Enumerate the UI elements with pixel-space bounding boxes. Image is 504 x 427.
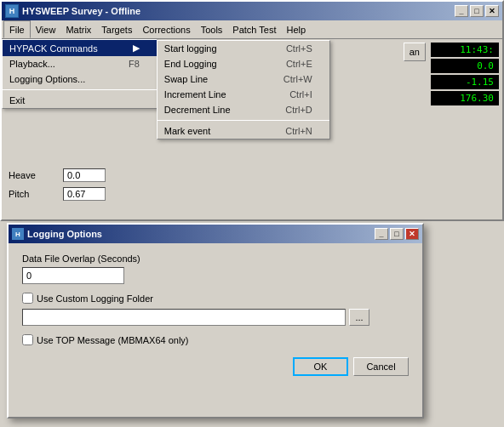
menu-mark-event[interactable]: Mark event Ctrl+N: [158, 123, 329, 139]
menu-end-logging[interactable]: End Logging Ctrl+E: [158, 56, 329, 71]
menu-item-help[interactable]: Help: [282, 20, 312, 38]
data-panel: Heave 0.0 Pitch 0.67: [9, 168, 106, 202]
hypack-commands-container: HYPACK Commands ▶ Start logging Ctrl+S E…: [3, 40, 157, 56]
file-dropdown: HYPACK Commands ▶ Start logging Ctrl+S E…: [2, 39, 158, 109]
main-window: H HYSWEEP Survey - Offline _ □ ✕ File Vi…: [0, 0, 504, 221]
top-message-label: Use TOP Message (MBMAX64 only): [37, 335, 189, 345]
dialog-close-button[interactable]: ✕: [405, 228, 419, 240]
maximize-button[interactable]: □: [470, 5, 484, 17]
minimize-button[interactable]: _: [455, 5, 468, 17]
cancel-button[interactable]: Cancel: [353, 357, 409, 376]
menu-item-tools[interactable]: Tools: [196, 20, 228, 38]
overlap-label: Data File Overlap (Seconds): [22, 253, 409, 264]
menu-bar: File View Matrix Targets Corrections Too…: [2, 20, 502, 39]
dialog-title-text: Logging Options: [27, 229, 102, 239]
pitch-label: Pitch: [9, 189, 60, 199]
heave-row: Heave 0.0: [9, 168, 106, 182]
overlap-input[interactable]: [22, 267, 124, 284]
custom-folder-label: Use Custom Logging Folder: [37, 293, 153, 304]
ok-button[interactable]: OK: [293, 357, 348, 376]
folder-input-row: ...: [22, 309, 409, 326]
time-display: 11:43:: [431, 43, 499, 57]
menu-item-targets[interactable]: Targets: [96, 20, 137, 38]
menu-item-view[interactable]: View: [31, 20, 61, 38]
menu-logging-options[interactable]: Logging Options...: [3, 71, 157, 87]
scan-btn-area: an: [404, 43, 426, 61]
pitch-row: Pitch 0.67: [9, 187, 106, 201]
menu-decrement-line[interactable]: Decrement Line Ctrl+D: [158, 102, 329, 117]
top-message-checkbox[interactable]: [22, 334, 33, 345]
value-display-3: 176.30: [431, 91, 499, 105]
close-button[interactable]: ✕: [485, 5, 499, 17]
menu-increment-line[interactable]: Increment Line Ctrl+I: [158, 87, 329, 102]
dialog-body: Data File Overlap (Seconds) Use Custom L…: [9, 243, 422, 386]
scan-button[interactable]: an: [404, 43, 426, 61]
dialog-title-bar: H Logging Options _ □ ✕: [9, 225, 422, 243]
menu-swap-line[interactable]: Swap Line Ctrl+W: [158, 71, 329, 87]
menu-exit[interactable]: Exit: [3, 93, 157, 108]
browse-button[interactable]: ...: [349, 309, 369, 326]
menu-item-matrix[interactable]: Matrix: [60, 20, 96, 38]
menu-item-patchtest[interactable]: Patch Test: [227, 20, 281, 38]
custom-folder-row: Use Custom Logging Folder: [22, 293, 409, 304]
heave-label: Heave: [9, 170, 60, 180]
menu-playback[interactable]: Playback... F8: [3, 56, 157, 71]
window-controls: _ □ ✕: [455, 5, 499, 17]
value-display-1: 0.0: [431, 59, 499, 73]
dialog-controls: _ □ ✕: [375, 228, 419, 240]
app-icon: H: [5, 4, 19, 18]
menu-item-file[interactable]: File: [3, 20, 31, 38]
folder-path-input[interactable]: [22, 309, 346, 326]
app-title: HYSWEEP Survey - Offline: [22, 6, 455, 16]
submenu-separator: [158, 120, 329, 121]
submenu-arrow: ▶: [133, 43, 140, 54]
custom-folder-checkbox[interactable]: [22, 293, 33, 304]
pitch-value: 0.67: [63, 187, 106, 201]
hypack-submenu: Start logging Ctrl+S End Logging Ctrl+E …: [157, 40, 330, 139]
file-separator: [3, 89, 157, 90]
value-display-2: -1.15: [431, 75, 499, 89]
title-bar: H HYSWEEP Survey - Offline _ □ ✕: [2, 2, 502, 20]
menu-start-logging[interactable]: Start logging Ctrl+S: [158, 41, 329, 56]
right-panel: 11:43: 0.0 -1.15 176.30: [431, 43, 499, 105]
dialog-icon: H: [12, 228, 24, 240]
dialog-minimize-button[interactable]: _: [375, 228, 388, 240]
heave-value: 0.0: [63, 168, 106, 182]
menu-hypack-commands[interactable]: HYPACK Commands ▶: [3, 40, 157, 56]
top-message-row: Use TOP Message (MBMAX64 only): [22, 334, 409, 345]
logging-options-dialog: H Logging Options _ □ ✕ Data File Overla…: [7, 223, 424, 418]
menu-item-corrections[interactable]: Corrections: [137, 20, 195, 38]
dialog-maximize-button[interactable]: □: [390, 228, 404, 240]
dialog-buttons: OK Cancel: [22, 357, 409, 376]
